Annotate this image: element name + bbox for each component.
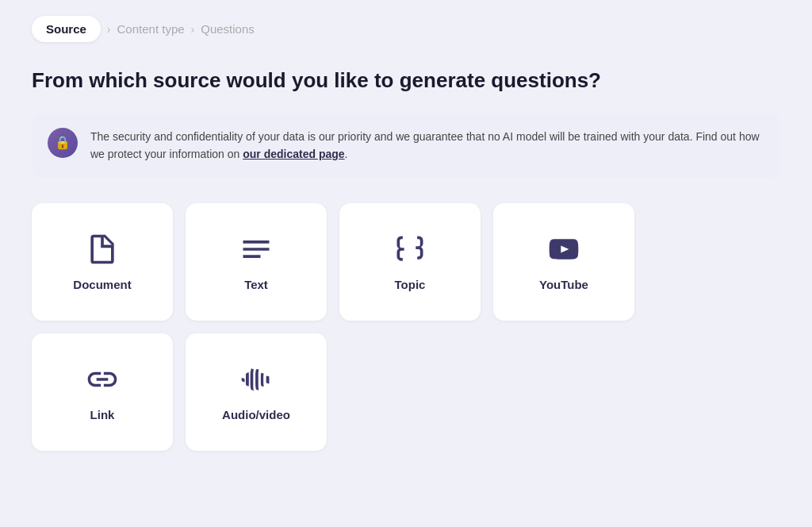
chevron-icon-2: › [191,23,195,36]
link-label: Link [90,408,115,421]
security-notice: 🔒 The security and confidentiality of yo… [32,113,780,178]
breadcrumb-content-type[interactable]: Content type [117,22,185,36]
source-card-text[interactable]: Text [186,203,327,321]
text-label: Text [244,278,268,291]
source-card-audio-video[interactable]: Audio/video [186,333,327,451]
source-card-topic[interactable]: Topic [339,203,481,321]
chevron-icon-1: › [107,23,111,36]
source-card-link[interactable]: Link [32,333,173,451]
dedicated-page-link[interactable]: our dedicated page [243,148,344,160]
audio-icon [239,362,274,397]
page-title: From which source would you like to gene… [32,67,780,94]
topic-label: Topic [395,278,426,291]
source-card-youtube[interactable]: YouTube [493,203,634,321]
source-card-document[interactable]: Document [32,203,173,321]
link-icon [85,362,120,397]
lock-icon: 🔒 [48,128,78,158]
youtube-icon [546,232,581,267]
breadcrumb-questions[interactable]: Questions [201,22,255,36]
breadcrumb-source[interactable]: Source [32,16,101,42]
topic-icon [393,232,427,267]
breadcrumb: Source › Content type › Questions [32,16,780,42]
document-icon [85,232,120,267]
text-icon [239,232,274,267]
audio-video-label: Audio/video [222,408,290,421]
youtube-label: YouTube [539,278,588,291]
source-cards-grid: Document Text Topic YouTube [32,203,780,451]
document-label: Document [73,278,131,291]
security-text: The security and confidentiality of your… [90,128,764,163]
